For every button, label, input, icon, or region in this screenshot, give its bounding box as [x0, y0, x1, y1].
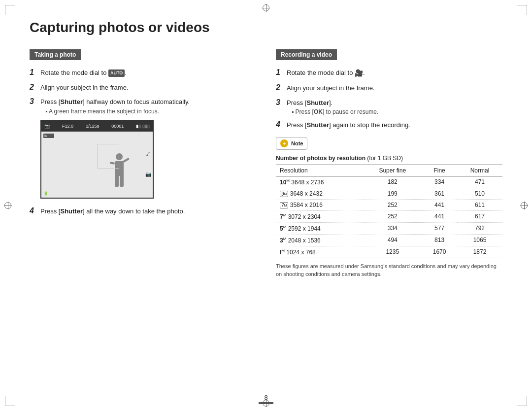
crosshair-top [261, 3, 271, 13]
table-title: Number of photos by resolution (for 1 GB… [276, 155, 502, 162]
fine-5m: 577 [422, 222, 457, 234]
normal-5m: 792 [457, 222, 502, 234]
auto-badge: AUTO [108, 69, 125, 77]
sf-3m: 494 [363, 234, 422, 246]
table-row: 7M 3072 x 2304 252 441 617 [276, 210, 502, 222]
person-leg-right [120, 176, 124, 187]
vf-battery: 🔋 [43, 191, 54, 196]
person-arm-right [123, 157, 130, 162]
vf-zoom: 4B [146, 152, 150, 157]
step-4-take: 4 Press [Shutter] all the way down to ta… [30, 206, 256, 216]
sf-9m: 199 [363, 188, 422, 199]
step-text-rec-4: Press [Shutter] again to stop the record… [287, 120, 410, 130]
note-label: Note [291, 140, 303, 146]
crosshair-circle [263, 4, 269, 11]
vf-top-bar: 📷 F12.0 1/125s 00001 ▮▯ ▯▯▯ [41, 121, 153, 132]
focus-rectangle [97, 144, 119, 169]
normal-7m-wide: 611 [457, 199, 502, 210]
fine-1m: 1670 [422, 246, 457, 258]
step-text-4: Press [Shutter] all the way down to take… [40, 206, 185, 216]
normal-10m: 471 [457, 176, 502, 188]
vf-right-panel: 4B 📷 [144, 132, 153, 198]
step-2-rec: 2 Align your subject in the frame. [276, 83, 502, 93]
vf-icons: ▮▯ ▯▯▯ [136, 124, 150, 129]
normal-7m: 617 [457, 210, 502, 222]
step-1-rec: 1 Rotate the mode dial to 🎥. [276, 68, 502, 78]
step-4-rec: 4 Press [Shutter] again to stop the reco… [276, 120, 502, 130]
step-sub-rec-3: Press [OK] to pause or resume. [287, 108, 378, 115]
step-text-rec-2: Align your subject in the frame. [287, 83, 374, 93]
page-number: 8 [264, 394, 267, 401]
recording-steps: 1 Rotate the mode dial to 🎥. 2 Align you… [276, 68, 502, 130]
step-num-1: 1 [30, 68, 40, 77]
res-5m: 5M 2592 x 1944 [276, 222, 363, 234]
res-3m: 3M 2048 x 1536 [276, 234, 363, 246]
page-bar [259, 402, 273, 404]
res-1m: IM 1024 x 768 [276, 246, 363, 258]
table-row: 3M 2048 x 1536 494 813 1065 [276, 234, 502, 246]
corner-tl [5, 5, 15, 15]
video-mode-icon: 🎥 [355, 68, 363, 78]
vf-bottom-icon: 📷 [145, 171, 151, 177]
viewfinder: 📷 F12.0 1/125s 00001 ▮▯ ▯▯▯ IM 🔋 [40, 120, 154, 199]
step-2-take: 2 Align your subject in the frame. [30, 83, 256, 93]
left-column: Taking a photo 1 Rotate the mode dial to… [30, 49, 256, 278]
person-leg-left [115, 176, 119, 187]
step-1-take: 1 Rotate the mode dial to AUTO. [30, 68, 256, 78]
recording-video-header: Recording a video [276, 49, 337, 60]
res-10m: 10M 3648 x 2736 [276, 176, 363, 188]
sf-7m-wide: 252 [363, 199, 422, 210]
table-row: 10M 3648 x 2736 182 334 471 [276, 176, 502, 188]
step-num-rec-4: 4 [276, 120, 287, 129]
footnote: These figures are measured under Samsung… [276, 262, 502, 278]
step-text-2: Align your subject in the frame. [40, 83, 128, 93]
sf-1m: 1235 [363, 246, 422, 258]
step-num-2: 2 [30, 83, 40, 92]
table-header-row: Resolution Super fine Fine Normal [276, 165, 502, 176]
note-box: + Note [276, 137, 307, 150]
fine-7m-wide: 441 [422, 199, 457, 210]
normal-3m: 1065 [457, 234, 502, 246]
table-row: 7M 3584 x 2016 252 441 611 [276, 199, 502, 210]
step-num-4: 4 [30, 206, 40, 215]
col-header-resolution: Resolution [276, 165, 363, 176]
crosshair-circle-left [4, 202, 11, 209]
taking-photo-steps: 1 Rotate the mode dial to AUTO. 2 Align … [30, 68, 256, 216]
col-header-superfine: Super fine [363, 165, 422, 176]
page: Capturing photos or videos Taking a phot… [0, 0, 532, 411]
col-header-fine: Fine [422, 165, 457, 176]
col-header-normal: Normal [457, 165, 502, 176]
res-7m-wide: 7M 3584 x 2016 [276, 199, 363, 210]
table-row: 5M 2592 x 1944 334 577 792 [276, 222, 502, 234]
fine-10m: 334 [422, 176, 457, 188]
right-column: Recording a video 1 Rotate the mode dial… [276, 49, 502, 278]
step-num-3: 3 [30, 97, 40, 107]
normal-9m: 510 [457, 188, 502, 199]
step-text-rec-3: Press [Shutter]. [287, 98, 332, 108]
normal-1m: 1872 [457, 246, 502, 258]
res-7m: 7M 3072 x 2304 [276, 210, 363, 222]
crosshair-circle-right [521, 202, 528, 209]
sf-7m: 252 [363, 210, 422, 222]
person-legs [109, 176, 129, 187]
step-sub-3: A green frame means the subject in focus… [40, 108, 159, 115]
step-num-rec-3: 3 [276, 98, 287, 108]
step-3-rec: 3 Press [Shutter]. Press [OK] to pause o… [276, 98, 502, 116]
corner-bl [5, 396, 15, 406]
vf-left-panel: IM 🔋 [41, 132, 56, 198]
vf-camera-icon: 📷 [44, 124, 50, 129]
corner-br [517, 396, 527, 406]
fine-7m: 441 [422, 210, 457, 222]
table-row: IM 1024 x 768 1235 1670 1872 [276, 246, 502, 258]
crosshair-right [519, 201, 529, 210]
vf-main [56, 132, 144, 198]
vf-fstop: F12.0 [62, 124, 73, 129]
table-row: 9M 3648 x 2432 199 361 510 [276, 188, 502, 199]
res-9m: 9M 3648 x 2432 [276, 188, 363, 199]
note-icon: + [280, 139, 288, 147]
vf-shutter: 1/125s [86, 124, 99, 129]
vf-mode: IM [43, 134, 54, 138]
resolution-table: Resolution Super fine Fine Normal 10M 36… [276, 165, 502, 258]
step-text-rec-1: Rotate the mode dial to 🎥. [287, 68, 365, 78]
sf-5m: 334 [363, 222, 422, 234]
